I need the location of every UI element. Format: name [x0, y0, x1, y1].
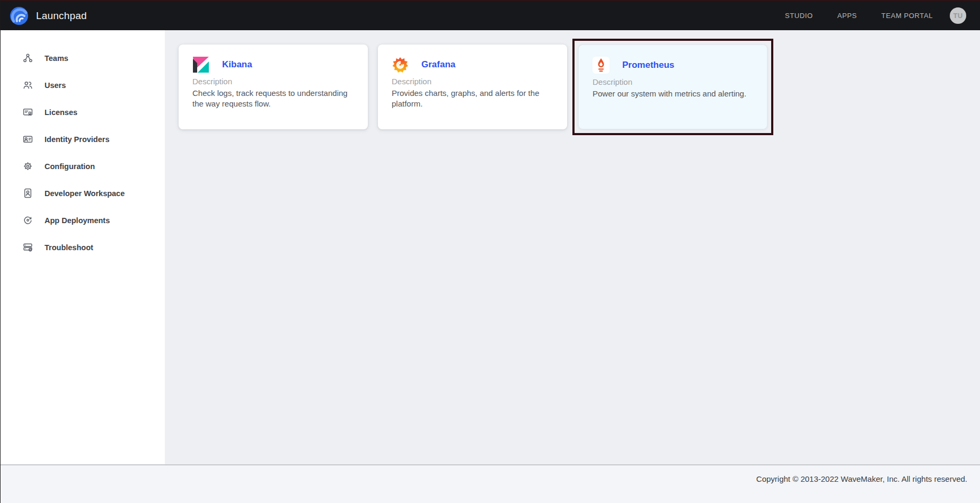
app-cards-row: Kibana Description Check logs, track req… — [179, 45, 980, 135]
card-header: Grafana — [392, 56, 553, 73]
app-deployments-icon — [23, 215, 33, 225]
sidebar-item-licenses[interactable]: Licenses — [1, 99, 165, 126]
app-card-grafana[interactable]: Grafana Description Provides charts, gra… — [378, 45, 567, 129]
grafana-logo-icon — [392, 56, 409, 73]
card-header: Prometheus — [593, 57, 753, 74]
page-title: Launchpad — [36, 10, 87, 22]
description-label: Description — [593, 77, 753, 86]
card-title-link[interactable]: Prometheus — [622, 60, 674, 70]
sidebar-item-teams[interactable]: Teams — [1, 45, 165, 72]
user-avatar[interactable]: TU — [950, 7, 966, 24]
sidebar-item-label: Identity Providers — [45, 135, 109, 144]
top-bar: Launchpad STUDIO APPS TEAM PORTAL TU — [1, 0, 980, 30]
sidebar-item-configuration[interactable]: Configuration — [1, 153, 165, 180]
sidebar: Teams Users Licenses — [1, 30, 165, 464]
developer-workspace-icon — [23, 188, 33, 198]
sidebar-item-label: Licenses — [45, 108, 77, 117]
copyright-text: Copyright © 2013-2022 WaveMaker, Inc. Al… — [756, 474, 967, 483]
content-area: Kibana Description Check logs, track req… — [165, 30, 980, 464]
troubleshoot-icon — [23, 242, 33, 252]
sidebar-item-label: App Deployments — [45, 216, 110, 225]
users-icon — [23, 80, 33, 90]
sidebar-item-label: Teams — [45, 54, 68, 63]
app-card-kibana[interactable]: Kibana Description Check logs, track req… — [179, 45, 368, 129]
card-title-link[interactable]: Kibana — [222, 59, 252, 70]
description-label: Description — [192, 77, 354, 86]
nav-apps[interactable]: APPS — [837, 12, 857, 20]
sidebar-item-troubleshoot[interactable]: Troubleshoot — [1, 234, 165, 261]
configuration-icon — [23, 161, 33, 171]
description-text: Power our system with metrics and alerti… — [593, 89, 753, 99]
card-header: Kibana — [192, 56, 354, 73]
app-card-prometheus[interactable]: Prometheus Description Power our system … — [578, 45, 767, 129]
identity-providers-icon — [23, 134, 33, 144]
sidebar-item-label: Developer Workspace — [45, 189, 125, 198]
main-row: Teams Users Licenses — [1, 30, 980, 464]
nav-studio[interactable]: STUDIO — [785, 12, 813, 20]
footer: Copyright © 2013-2022 WaveMaker, Inc. Al… — [1, 464, 980, 503]
kibana-logo-icon — [192, 56, 209, 73]
sidebar-item-users[interactable]: Users — [1, 72, 165, 99]
description-text: Check logs, track requests to understand… — [192, 88, 354, 109]
description-text: Provides charts, graphs, and alerts for … — [392, 88, 553, 109]
sidebar-item-identity-providers[interactable]: Identity Providers — [1, 126, 165, 153]
prometheus-logo-icon — [593, 57, 610, 74]
nav-team-portal[interactable]: TEAM PORTAL — [881, 12, 933, 20]
sidebar-item-app-deployments[interactable]: App Deployments — [1, 207, 165, 234]
sidebar-item-developer-workspace[interactable]: Developer Workspace — [1, 180, 165, 207]
description-label: Description — [392, 77, 553, 86]
highlight-annotation: Prometheus Description Power our system … — [572, 39, 773, 135]
licenses-icon — [23, 107, 33, 117]
card-title-link[interactable]: Grafana — [421, 59, 455, 70]
teams-icon — [23, 53, 33, 63]
sidebar-item-label: Configuration — [45, 162, 95, 171]
sidebar-item-label: Troubleshoot — [45, 243, 93, 252]
wavemaker-logo-icon — [9, 6, 29, 26]
sidebar-item-label: Users — [45, 81, 66, 90]
